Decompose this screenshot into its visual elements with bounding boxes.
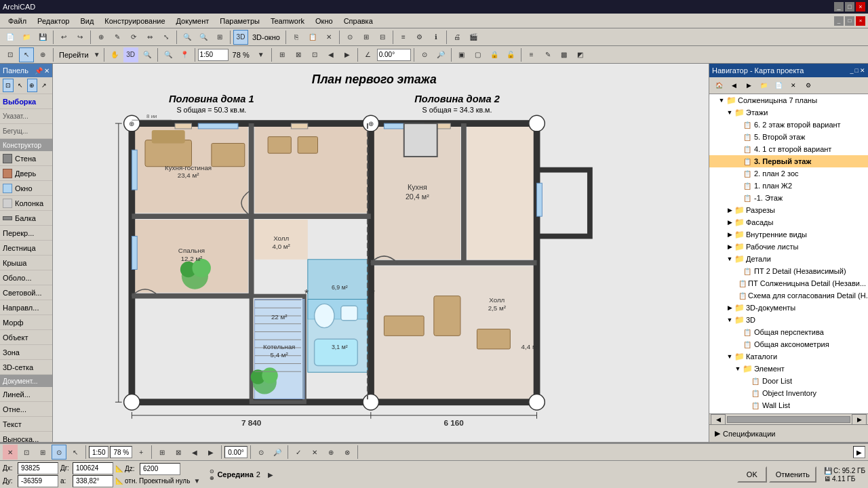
tree-item-floor4[interactable]: ▶ 📋 4. 1 ст второй вариант: [709, 143, 868, 155]
menu-params[interactable]: Параметры: [214, 16, 265, 26]
close-btn2[interactable]: ×: [856, 16, 865, 26]
panel-item-label[interactable]: Выноска...: [0, 432, 52, 442]
zoom2-btn[interactable]: 🔍: [140, 47, 155, 62]
zoom3-btn[interactable]: ⊞: [275, 47, 290, 62]
undo-btn[interactable]: ↩: [56, 30, 71, 45]
panel-item-roof[interactable]: Крыша: [0, 256, 52, 270]
tree-item-floor3[interactable]: ▶ 📋 3. Первый этаж: [709, 155, 868, 167]
check-btn[interactable]: ✓: [291, 445, 306, 460]
tree-item-catalogs[interactable]: ▼ 📁 Каталоги: [709, 350, 868, 363]
nav-newfolder-btn[interactable]: 📁: [757, 79, 770, 92]
snap4-btn[interactable]: ⊙: [254, 445, 269, 460]
panel-item-text[interactable]: Текст: [0, 417, 52, 432]
title-bar-btns[interactable]: _ □ ×: [834, 16, 865, 26]
tree-item-floor6[interactable]: ▶ 📋 6. 2 этаж второй вариант: [709, 119, 868, 131]
angle-snap-btn[interactable]: ∠: [361, 47, 376, 62]
tree-item-detail3[interactable]: ▶ 📋 Схема для согласования Detail (Н...: [709, 289, 868, 302]
nav-settings-btn[interactable]: ⚙: [802, 79, 815, 92]
panel-item-column[interactable]: Колонка: [0, 196, 52, 211]
zoom-prev2-btn[interactable]: ◀: [187, 445, 202, 460]
select2-btn[interactable]: ⊡: [3, 47, 18, 62]
3d-window2-btn[interactable]: 3D: [123, 47, 138, 62]
panel-item-beam[interactable]: Балка: [0, 211, 52, 226]
new-btn[interactable]: 📄: [3, 30, 18, 45]
nav-btn1[interactable]: _: [850, 67, 854, 74]
guide-btn[interactable]: ⊟: [375, 30, 390, 45]
min-btn2[interactable]: _: [834, 16, 844, 26]
tree-item-floor-1[interactable]: ▶ 📋 -1. Этаж: [709, 192, 868, 204]
snap3-btn[interactable]: ⊙: [52, 445, 66, 460]
canvas-wrapper[interactable]: План первого этажа Половина дома 1 S общ…: [53, 64, 709, 442]
panel-item-zone[interactable]: Зона: [0, 345, 52, 360]
extra-tool-btn[interactable]: ↗: [39, 79, 50, 92]
surface-btn[interactable]: ◩: [573, 47, 588, 62]
cross-btn[interactable]: ✕: [307, 445, 322, 460]
save-btn[interactable]: 💾: [35, 30, 50, 45]
tree-item-root[interactable]: ▼ 📁 Солженицына 7 планы: [709, 94, 868, 106]
panel-item-object[interactable]: Объект: [0, 330, 52, 345]
nav-newfile-btn[interactable]: 📄: [772, 79, 785, 92]
find-btn[interactable]: 🔍: [161, 47, 176, 62]
copy-btn[interactable]: ⎘: [289, 30, 304, 45]
panel-pin-btn[interactable]: 📌: [35, 67, 43, 75]
mirror-btn[interactable]: ⇔: [142, 30, 157, 45]
ungroup-btn[interactable]: ▢: [471, 47, 486, 62]
tree-item-floor5[interactable]: ▶ 📋 5. Второй этаж: [709, 131, 868, 143]
lock-btn[interactable]: 🔒: [487, 47, 502, 62]
panel-item-shell[interactable]: Оболо...: [0, 270, 52, 285]
zoom-fit-btn[interactable]: ⊡: [307, 47, 322, 62]
panel-close-btn[interactable]: ✕: [44, 67, 50, 75]
zoom-next-btn[interactable]: ▶: [340, 47, 355, 62]
active-tool-btn[interactable]: ⊕: [27, 79, 38, 92]
specif-bar[interactable]: ▶ Спецификации: [709, 424, 868, 442]
tree-item-element[interactable]: ▼ 📁 Элемент: [709, 363, 868, 375]
nav-btn2[interactable]: □: [855, 67, 859, 74]
nav-close-btn[interactable]: ✕: [860, 67, 865, 74]
nav-home-btn[interactable]: 🏠: [712, 79, 726, 92]
mag-btn[interactable]: 🔎: [433, 47, 448, 62]
zoom-sel2-btn[interactable]: ⊠: [171, 445, 186, 460]
grid2-btn[interactable]: ⊞: [35, 445, 50, 460]
tree-item-walllist[interactable]: ▶ 📋 Wall List: [709, 399, 868, 411]
panel-item-running[interactable]: Бегущ...: [0, 124, 52, 139]
grid-btn[interactable]: ⊞: [359, 30, 374, 45]
panel-item-window[interactable]: Окно: [0, 181, 52, 196]
nav-back-btn[interactable]: ◀: [727, 79, 741, 92]
info-btn[interactable]: ℹ: [429, 30, 443, 45]
snap2-btn[interactable]: ⊙: [417, 47, 432, 62]
tree-item-worksheets[interactable]: ▶ 📁 Рабочие листы: [709, 241, 868, 253]
3d-view-btn[interactable]: 3D: [233, 30, 248, 45]
tree-item-facades[interactable]: ▶ 📁 Фасады: [709, 216, 868, 228]
pan-btn[interactable]: ✋: [107, 47, 122, 62]
rotate-btn[interactable]: ⟳: [126, 30, 141, 45]
panel-item-slab[interactable]: Перекр...: [0, 226, 52, 241]
delete-btn[interactable]: ✕: [321, 30, 336, 45]
menu-view[interactable]: Вид: [75, 16, 99, 26]
menu-window[interactable]: Окно: [310, 16, 338, 26]
panel-item-level[interactable]: Отне...: [0, 402, 52, 417]
maximize-btn[interactable]: □: [845, 2, 854, 12]
render-btn[interactable]: 🎬: [466, 30, 481, 45]
menu-editor[interactable]: Редактор: [32, 16, 75, 26]
exit-btn[interactable]: ✕: [3, 445, 18, 460]
selection-tool-btn[interactable]: ⊡: [3, 79, 14, 92]
publish-btn[interactable]: 🖨: [450, 30, 465, 45]
scale-input[interactable]: [198, 49, 229, 61]
tree-item-floor1[interactable]: ▶ 📋 1. план Ж2: [709, 180, 868, 192]
zoom-pct-btn[interactable]: ▼: [254, 47, 269, 62]
snap-btn[interactable]: ⊙: [342, 30, 357, 45]
panel-item-door[interactable]: Дверь: [0, 166, 52, 181]
angle-input[interactable]: [377, 49, 411, 61]
minimize-btn[interactable]: _: [834, 2, 844, 12]
cursor-btn[interactable]: ⊕: [35, 47, 50, 62]
tree-item-sections[interactable]: ▶ 📁 Разрезы: [709, 204, 868, 216]
scale-btn[interactable]: ⤡: [159, 30, 174, 45]
menu-file[interactable]: Файл: [3, 16, 32, 26]
tree-item-3d[interactable]: ▼ 📁 3D: [709, 314, 868, 326]
panel-item-curtain[interactable]: Направл...: [0, 300, 52, 315]
menu-document[interactable]: Документ: [171, 16, 215, 26]
snap-settings-btn[interactable]: ▶: [263, 467, 278, 482]
zoom-in-btn[interactable]: 🔍: [180, 30, 195, 45]
nav-scroll-track[interactable]: [727, 416, 850, 423]
paste-btn[interactable]: 📋: [305, 30, 320, 45]
